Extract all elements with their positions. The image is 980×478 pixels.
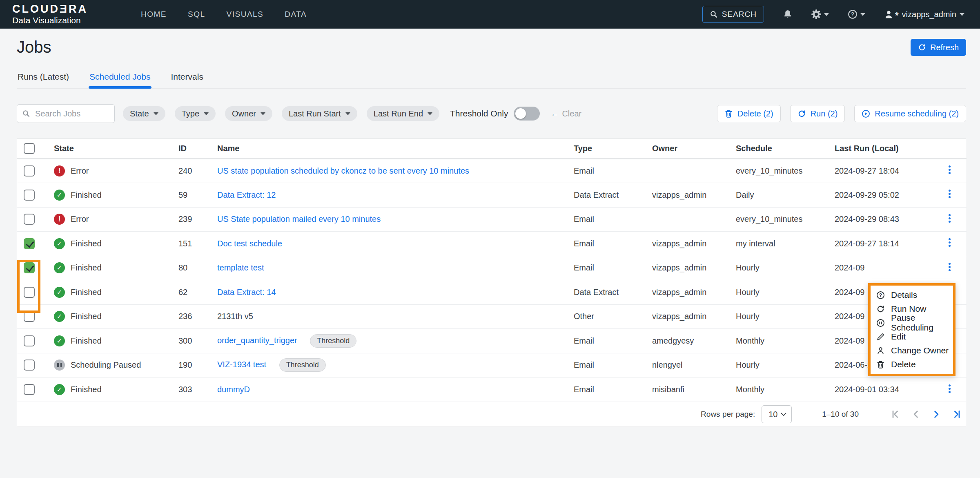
search-button[interactable]: SEARCH bbox=[702, 6, 764, 23]
filter-dropdown-last-run-end[interactable]: Last Run End bbox=[367, 106, 439, 121]
next-page-button[interactable] bbox=[931, 409, 941, 419]
job-name-link[interactable]: VIZ-1934 test bbox=[217, 360, 266, 369]
filter-dropdown-label: State bbox=[130, 109, 149, 118]
help-menu[interactable] bbox=[848, 9, 865, 19]
nav-link-sql[interactable]: SQL bbox=[188, 10, 205, 19]
run-selected-button[interactable]: Run (2) bbox=[790, 105, 845, 122]
tab-runs-latest[interactable]: Runs (Latest) bbox=[17, 69, 70, 88]
row-checkbox[interactable] bbox=[24, 165, 35, 176]
user-menu[interactable]: * vizapps_admin bbox=[884, 9, 964, 20]
jobs-table: State ID Name Type Owner Schedule Last R… bbox=[17, 139, 967, 402]
job-type: Data Extract bbox=[574, 183, 652, 208]
refresh-icon bbox=[918, 43, 926, 51]
refresh-button-label: Refresh bbox=[930, 43, 959, 52]
menu-item-change-owner[interactable]: Change Owner bbox=[871, 344, 953, 357]
status-label: Finished bbox=[71, 385, 102, 394]
delete-selected-button[interactable]: Delete (2) bbox=[717, 105, 781, 122]
filter-dropdown-last-run-start[interactable]: Last Run Start bbox=[282, 106, 357, 121]
job-name-link[interactable]: order_quantity_trigger bbox=[217, 336, 297, 345]
tab-intervals[interactable]: Intervals bbox=[170, 69, 204, 88]
menu-item-label: Delete bbox=[891, 360, 916, 369]
refresh-icon bbox=[876, 305, 885, 313]
resume-button-label: Resume scheduling (2) bbox=[875, 109, 959, 118]
search-jobs-input[interactable] bbox=[17, 104, 115, 123]
job-owner bbox=[652, 159, 736, 183]
threshold-only-toggle[interactable] bbox=[514, 107, 540, 121]
job-name-link[interactable]: US State population mailed every 10 minu… bbox=[217, 214, 381, 223]
job-name-link[interactable]: dummyD bbox=[217, 385, 250, 394]
job-type: Data Extract bbox=[574, 280, 652, 305]
status-label: Error bbox=[71, 214, 89, 224]
first-page-button[interactable] bbox=[891, 409, 900, 419]
previous-page-icon bbox=[911, 409, 921, 419]
job-name-link[interactable]: Doc test schedule bbox=[217, 239, 282, 248]
job-owner: amedgyesy bbox=[652, 329, 736, 353]
pagination-bar: Rows per page: 10 1–10 of 30 bbox=[17, 402, 966, 427]
nav-link-home[interactable]: HOME bbox=[141, 10, 167, 19]
job-id: 80 bbox=[178, 256, 217, 280]
pagination-controls bbox=[891, 409, 962, 419]
filter-dropdown-type[interactable]: Type bbox=[175, 106, 216, 121]
job-id: 190 bbox=[178, 353, 217, 377]
chevron-down-icon bbox=[345, 112, 350, 115]
kebab-menu-icon[interactable] bbox=[944, 187, 955, 201]
kebab-menu-icon[interactable] bbox=[944, 382, 955, 396]
notifications-bell-icon[interactable] bbox=[783, 9, 793, 19]
menu-item-details[interactable]: Details bbox=[871, 288, 953, 302]
filter-dropdown-owner[interactable]: Owner bbox=[225, 106, 272, 121]
menu-item-label: Edit bbox=[891, 332, 906, 342]
search-icon bbox=[710, 10, 718, 18]
threshold-badge: Threshold bbox=[279, 358, 326, 372]
nav-link-data[interactable]: DATA bbox=[285, 10, 307, 19]
tab-scheduled-jobs[interactable]: Scheduled Jobs bbox=[89, 69, 151, 88]
refresh-button[interactable]: Refresh bbox=[911, 39, 966, 56]
kebab-menu-icon[interactable] bbox=[944, 260, 955, 274]
row-checkbox[interactable] bbox=[24, 311, 35, 322]
app-logo[interactable]: CLOUDƎRA Data Visualization bbox=[12, 3, 88, 25]
filter-dropdown-state[interactable]: State bbox=[123, 106, 165, 121]
row-checkbox[interactable] bbox=[24, 335, 35, 346]
kebab-menu-icon[interactable] bbox=[944, 211, 955, 226]
job-name-link[interactable]: Data Extract: 14 bbox=[217, 288, 276, 297]
job-name-link[interactable]: US state population scheduled by ckoncz … bbox=[217, 166, 469, 175]
row-checkbox[interactable] bbox=[24, 262, 35, 273]
row-checkbox[interactable] bbox=[24, 287, 35, 298]
last-page-icon bbox=[952, 409, 962, 419]
rows-per-page-select[interactable]: 10 bbox=[762, 405, 792, 423]
job-name-link[interactable]: template test bbox=[217, 263, 264, 272]
last-page-button[interactable] bbox=[952, 409, 962, 419]
row-checkbox[interactable] bbox=[24, 360, 35, 371]
clear-filters-link[interactable]: ← Clear bbox=[550, 109, 581, 118]
job-id: 240 bbox=[178, 159, 217, 183]
job-type: Email bbox=[574, 207, 652, 232]
status-label: Finished bbox=[71, 312, 102, 321]
tab-bar: Runs (Latest) Scheduled Jobs Intervals bbox=[17, 69, 966, 89]
row-checkbox[interactable] bbox=[24, 190, 35, 201]
kebab-menu-icon[interactable] bbox=[944, 235, 955, 250]
logo-subtitle: Data Visualization bbox=[12, 16, 88, 25]
filter-dropdown-label: Last Run Start bbox=[289, 109, 341, 118]
resume-scheduling-button[interactable]: Resume scheduling (2) bbox=[854, 105, 966, 122]
job-name-link[interactable]: Data Extract: 12 bbox=[217, 190, 276, 199]
search-jobs-box bbox=[17, 104, 115, 123]
menu-item-delete[interactable]: Delete bbox=[871, 357, 953, 371]
select-all-checkbox[interactable] bbox=[24, 143, 35, 154]
row-checkbox[interactable] bbox=[24, 214, 35, 225]
app-root: CLOUDƎRA Data Visualization HOME SQL VIS… bbox=[0, 0, 980, 478]
row-checkbox[interactable] bbox=[24, 384, 35, 395]
left-arrow-icon: ← bbox=[550, 109, 559, 118]
kebab-menu-icon[interactable] bbox=[944, 163, 955, 177]
error-status-icon bbox=[54, 165, 65, 176]
nav-link-visuals[interactable]: VISUALS bbox=[227, 10, 264, 19]
jobs-table-card: State ID Name Type Owner Schedule Last R… bbox=[17, 138, 966, 427]
status-label: Finished bbox=[71, 336, 102, 346]
job-type: Other bbox=[574, 304, 652, 329]
menu-item-pause-scheduling[interactable]: Pause Scheduling bbox=[871, 316, 953, 330]
finished-status-icon bbox=[54, 190, 65, 201]
previous-page-button[interactable] bbox=[911, 409, 921, 419]
settings-menu[interactable] bbox=[811, 9, 829, 19]
trash-icon bbox=[724, 109, 733, 118]
row-checkbox[interactable] bbox=[24, 238, 35, 249]
logo-title: CLOUDƎRA bbox=[12, 3, 88, 15]
status-label: Finished bbox=[71, 190, 102, 200]
